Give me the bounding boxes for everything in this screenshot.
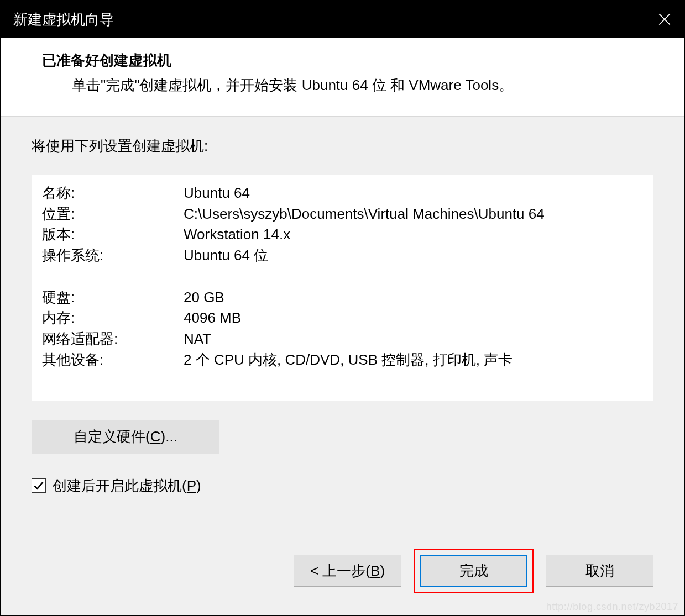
settings-summary-box: 名称: Ubuntu 64 位置: C:\Users\syszyb\Docume… <box>32 175 653 401</box>
wizard-window: 新建虚拟机向导 已准备好创建虚拟机 单击"完成"创建虚拟机，并开始安装 Ubun… <box>0 0 685 616</box>
setting-value: Workstation 14.x <box>184 224 643 245</box>
setting-row-network: 网络适配器: NAT <box>42 329 643 350</box>
header-subtitle: 单击"完成"创建虚拟机，并开始安装 Ubuntu 64 位 和 VMware T… <box>42 76 684 95</box>
setting-value: 4096 MB <box>184 308 643 329</box>
setting-row-disk: 硬盘: 20 GB <box>42 287 643 308</box>
close-button[interactable] <box>645 1 684 38</box>
header-title: 已准备好创建虚拟机 <box>42 51 684 70</box>
button-label-prefix: < 上一步( <box>310 562 370 579</box>
setting-label: 网络适配器: <box>42 329 184 350</box>
window-title: 新建虚拟机向导 <box>13 10 114 29</box>
setting-row-location: 位置: C:\Users\syszyb\Documents\Virtual Ma… <box>42 204 643 225</box>
setting-label: 硬盘: <box>42 287 184 308</box>
power-on-checkbox-row: 创建后开启此虚拟机(P) <box>32 476 653 496</box>
setting-value: NAT <box>184 329 643 350</box>
checkbox-label-key: P <box>187 477 196 494</box>
back-button[interactable]: < 上一步(B) <box>294 555 401 587</box>
button-label-key: B <box>370 562 380 579</box>
titlebar: 新建虚拟机向导 <box>1 1 684 38</box>
setting-value: C:\Users\syszyb\Documents\Virtual Machin… <box>184 204 643 225</box>
setting-row-memory: 内存: 4096 MB <box>42 308 643 329</box>
setting-label: 其他设备: <box>42 350 184 371</box>
content-intro: 将使用下列设置创建虚拟机: <box>32 136 653 156</box>
footer-section: < 上一步(B) 完成 取消 http://blog.csdn.net/zyb2… <box>1 534 684 615</box>
setting-row-spacer <box>42 266 643 287</box>
header-section: 已准备好创建虚拟机 单击"完成"创建虚拟机，并开始安装 Ubuntu 64 位 … <box>1 38 684 117</box>
customize-hardware-button[interactable]: 自定义硬件(C)... <box>32 420 219 454</box>
button-label-suffix: ) <box>380 562 385 579</box>
checkbox-label-suffix: ) <box>196 477 201 494</box>
checkmark-icon <box>33 480 44 491</box>
setting-value: 20 GB <box>184 287 643 308</box>
setting-row-other: 其他设备: 2 个 CPU 内核, CD/DVD, USB 控制器, 打印机, … <box>42 350 643 371</box>
setting-row-os: 操作系统: Ubuntu 64 位 <box>42 245 643 266</box>
checkbox-label-prefix: 创建后开启此虚拟机( <box>53 477 187 494</box>
watermark-text: http://blog.csdn.net/zyb2017 <box>546 601 678 613</box>
setting-label: 位置: <box>42 204 184 225</box>
button-label-key: C <box>150 428 161 445</box>
setting-value: Ubuntu 64 位 <box>184 245 643 266</box>
finish-button[interactable]: 完成 <box>420 555 527 587</box>
close-icon <box>658 13 671 25</box>
setting-label: 名称: <box>42 183 184 204</box>
setting-label: 版本: <box>42 224 184 245</box>
setting-row-name: 名称: Ubuntu 64 <box>42 183 643 204</box>
power-on-checkbox-label: 创建后开启此虚拟机(P) <box>53 476 201 496</box>
setting-value: 2 个 CPU 内核, CD/DVD, USB 控制器, 打印机, 声卡 <box>184 350 643 371</box>
setting-label: 内存: <box>42 308 184 329</box>
setting-row-version: 版本: Workstation 14.x <box>42 224 643 245</box>
cancel-button[interactable]: 取消 <box>546 555 653 587</box>
button-label-suffix: )... <box>161 428 177 445</box>
button-label-prefix: 自定义硬件( <box>74 428 150 445</box>
content-section: 将使用下列设置创建虚拟机: 名称: Ubuntu 64 位置: C:\Users… <box>1 117 684 534</box>
setting-value: Ubuntu 64 <box>184 183 643 204</box>
setting-label: 操作系统: <box>42 245 184 266</box>
power-on-checkbox[interactable] <box>32 478 46 493</box>
finish-button-highlight: 完成 <box>414 549 534 593</box>
